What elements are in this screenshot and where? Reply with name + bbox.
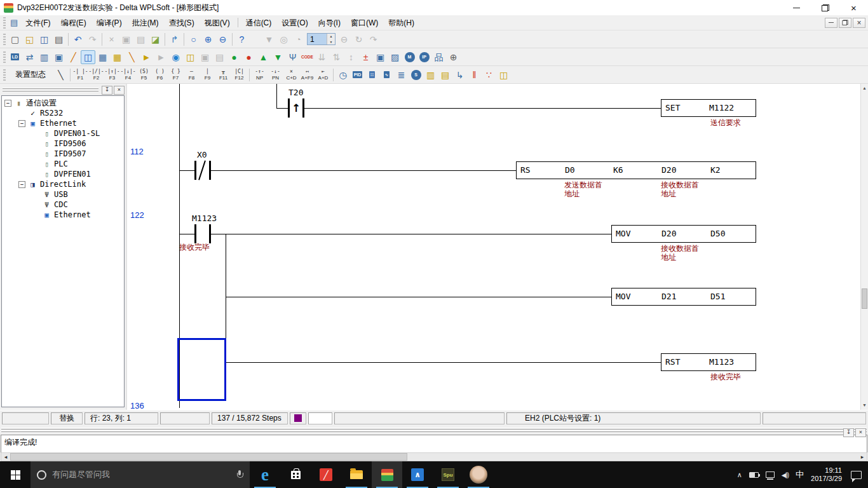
trace-arrow-icon[interactable]: ↱	[167, 32, 182, 46]
output-splitter[interactable]: ↧ ×	[0, 426, 868, 435]
counter-element-button[interactable]: |C|F12	[231, 67, 247, 83]
tree-item-rs232[interactable]: ✓RS232	[2, 108, 124, 118]
paste-icon[interactable]: ▤	[133, 32, 148, 46]
ladder-editor[interactable]: 112 122 136 T20 ↑ X0	[127, 84, 860, 410]
tree-item-directlink[interactable]: −◨DirectLink	[2, 179, 124, 189]
copy-icon[interactable]: ▣	[119, 32, 133, 46]
menu-item-s[interactable]: 查找(S)	[164, 16, 200, 30]
toolbar-grip[interactable]	[3, 34, 6, 45]
collapse-toggle-icon[interactable]: −	[4, 100, 11, 107]
contact-m1123-no[interactable]	[194, 224, 211, 243]
ladder-convert-icon[interactable]: ⇄	[22, 50, 37, 64]
ladder-symbols-icon[interactable]: ◫	[183, 50, 198, 64]
indicator-lamp-icon[interactable]: ◉	[168, 50, 183, 64]
tree-item-ethernet[interactable]: ▣Ethernet	[2, 210, 124, 220]
contact-t20-rising[interactable]: ↑	[288, 98, 304, 118]
tree-item-ethernet[interactable]: −▣Ethernet	[2, 118, 124, 128]
start-button[interactable]	[0, 461, 31, 488]
speaker-icon[interactable]: ◀))	[782, 471, 789, 478]
action-center-icon[interactable]	[851, 471, 862, 479]
group-wizard-icon[interactable]: ∷	[365, 68, 379, 82]
com-settings-icon[interactable]: ⊕	[446, 50, 461, 64]
pulse-np-button[interactable]: -↑-NP	[252, 67, 268, 83]
cut-icon[interactable]: ×	[104, 32, 119, 46]
network-nodes-icon[interactable]: 品	[431, 50, 446, 64]
bar-monitor-icon[interactable]: ▥	[37, 50, 51, 64]
instruction-mov-d20-d50[interactable]: MOV D20 D50	[611, 225, 756, 243]
line-pointer-tool-icon[interactable]: ╲	[53, 68, 68, 82]
coil-out-button[interactable]: ( )F6	[152, 67, 168, 83]
cortana-search-box[interactable]: 有问题尽管问我	[31, 461, 250, 488]
taskbar-app-wplsoft[interactable]	[372, 461, 402, 488]
stop-plc-icon[interactable]: ●	[241, 50, 256, 64]
menu-item-i[interactable]: 向导(I)	[313, 16, 346, 30]
tray-chevron-icon[interactable]: ∧	[737, 471, 742, 479]
battery-icon[interactable]	[749, 472, 759, 478]
contact-rising-button[interactable]: -|↑|-F3	[104, 67, 120, 83]
spin-down-icon[interactable]: ▼	[327, 39, 335, 45]
panel-drag-handle[interactable]	[3, 88, 98, 92]
tree-item-cdc[interactable]: ΨCDC	[2, 200, 124, 210]
output-pin-button[interactable]: ↧	[843, 428, 854, 437]
jump-step-icon[interactable]: ↷	[366, 32, 381, 46]
ladder-mode-icon[interactable]: ◫	[81, 50, 95, 64]
redo-icon[interactable]: ↷	[85, 32, 100, 46]
scrollbar-thumb[interactable]	[862, 288, 867, 309]
open-file-icon[interactable]: ◱	[22, 32, 37, 46]
toolbar-grip[interactable]	[3, 69, 6, 81]
image-view-icon[interactable]: ▨	[388, 50, 402, 64]
menu-item-c[interactable]: 通信(C)	[241, 16, 277, 30]
device-bars-icon[interactable]: ▥	[423, 68, 438, 82]
edit-pencil-icon[interactable]: ╱	[66, 50, 81, 64]
contact-falling-button[interactable]: -|↓|-F4	[120, 67, 136, 83]
mdi-minimize-button[interactable]	[825, 18, 837, 28]
menu-item-m[interactable]: 批注(M)	[127, 16, 164, 30]
step-trace-icon[interactable]: ∵	[482, 68, 496, 82]
device-monitor-icon[interactable]: ▣	[51, 50, 66, 64]
download-program-icon[interactable]: ▼	[271, 50, 285, 64]
scroll-left-button[interactable]: ◂	[1, 453, 10, 461]
tree-item-ifd9506[interactable]: ▯IFD9506	[2, 139, 124, 149]
timer-clock-icon[interactable]: ◷	[336, 68, 350, 82]
scroll-up-button[interactable]: ▲	[861, 84, 868, 93]
mdi-restore-button[interactable]	[839, 18, 851, 28]
minimize-button[interactable]	[782, 0, 811, 15]
menu-item-e[interactable]: 编程(E)	[56, 16, 92, 30]
panel-close-button[interactable]: ×	[114, 86, 125, 95]
instruction-set-m1122[interactable]: SET M1122	[661, 99, 756, 117]
coil-set-button[interactable]: (S)F5	[136, 67, 152, 83]
tree-item-plc[interactable]: ▯PLC	[2, 159, 124, 169]
instruction-rs[interactable]: RS D0 K6 D20 K2	[516, 161, 756, 179]
delete-cd-button[interactable]: ×C+D	[283, 67, 299, 83]
microphone-icon[interactable]	[236, 470, 243, 480]
zoom-out-icon[interactable]: ⊖	[215, 32, 230, 46]
taskbar-app-edge-browser[interactable]: e	[250, 461, 280, 488]
s-marker-icon[interactable]: S	[409, 68, 423, 82]
tree-item-usb[interactable]: ΨUSB	[2, 189, 124, 200]
horizontal-scrollbar[interactable]: ◂ ▸	[1, 452, 867, 461]
contact-nc-button[interactable]: -|/|-F2	[88, 67, 104, 83]
taskbar-app-user-avatar[interactable]	[463, 461, 494, 488]
menu-item-f[interactable]: 文件(F)	[20, 16, 55, 30]
panel-pin-button[interactable]: ↧	[102, 86, 112, 95]
save-icon[interactable]: ◫	[37, 32, 51, 46]
collapse-toggle-icon[interactable]: −	[18, 120, 25, 127]
insert-af9-button[interactable]: ↤A+F9	[299, 67, 315, 83]
ip-search-icon[interactable]: IP	[417, 50, 431, 64]
undo-icon[interactable]: ↶	[71, 32, 85, 46]
file-register-icon[interactable]: ≣	[394, 68, 409, 82]
contact-no-button[interactable]: -| |-F1	[72, 67, 88, 83]
zoom-icon[interactable]: ○	[186, 32, 201, 46]
restore-button[interactable]	[811, 0, 839, 15]
antenna-icon[interactable]: Ψ	[285, 50, 300, 64]
help-icon[interactable]: ?	[234, 32, 249, 46]
ladder-out-icon[interactable]: LD	[8, 50, 22, 64]
brush-icon[interactable]: ╲	[125, 50, 139, 64]
hand-pointer-icon[interactable]: ►	[139, 50, 154, 64]
clock[interactable]: 19:11 2017/3/29	[811, 466, 842, 483]
tree-item-dvpfen01[interactable]: ▯DVPFEN01	[2, 169, 124, 179]
taskbar-app-file-explorer[interactable]	[341, 461, 372, 488]
taskbar-app-pdf-reader[interactable]: ∧	[402, 461, 433, 488]
output-close-button[interactable]: ×	[855, 428, 866, 437]
device-type-label[interactable]: 装置型态	[10, 68, 51, 81]
